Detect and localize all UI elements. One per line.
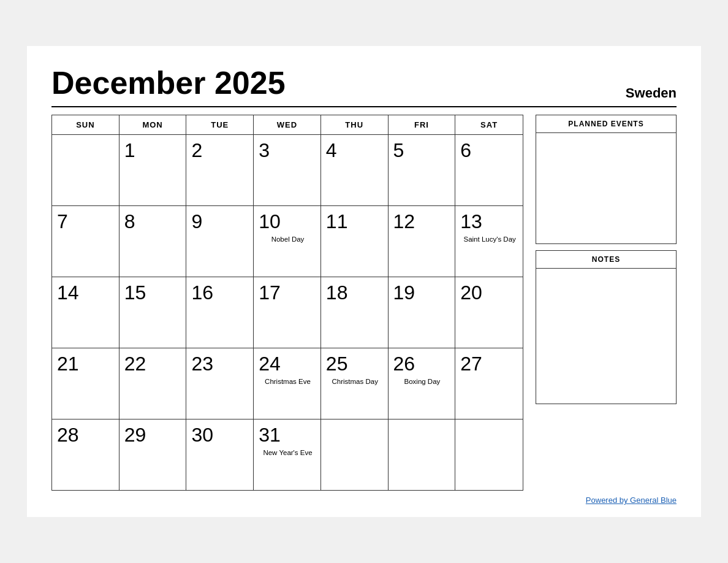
day-header-sun: SUN (52, 115, 119, 134)
notes-body (536, 269, 676, 404)
week-row: 7 8 9 10 Nobel Day 11 (52, 206, 523, 277)
planned-events-header: PLANNED EVENTS (536, 115, 676, 133)
country-title: Sweden (626, 85, 677, 101)
day-cell-29: 29 (119, 419, 187, 490)
calendar-page: December 2025 Sweden SUN MON TUE WED THU… (27, 46, 701, 517)
page-header: December 2025 Sweden (51, 64, 677, 107)
day-number: 13 (460, 211, 519, 232)
day-cell-11: 11 (321, 206, 389, 277)
day-cell-12: 12 (389, 206, 456, 277)
day-cell-3: 3 (254, 135, 321, 205)
day-number: 22 (124, 353, 183, 375)
day-cell-15: 15 (119, 277, 187, 348)
day-number: 23 (191, 353, 249, 375)
day-number: 28 (57, 424, 115, 446)
day-cell-6: 6 (455, 135, 523, 205)
day-cell-18: 18 (321, 277, 389, 348)
sidebar-section: PLANNED EVENTS NOTES (536, 115, 677, 491)
day-number: 24 (259, 353, 317, 375)
main-layout: SUN MON TUE WED THU FRI SAT 1 (51, 115, 677, 491)
day-cell-13: 13 Saint Lucy's Day (455, 206, 523, 277)
day-number: 27 (460, 353, 519, 375)
day-headers: SUN MON TUE WED THU FRI SAT (52, 115, 523, 135)
day-number: 4 (326, 140, 384, 161)
day-number: 10 (259, 211, 317, 232)
day-header-tue: TUE (186, 115, 254, 134)
day-header-mon: MON (119, 115, 187, 134)
holiday-name-new-years-eve: New Year's Eve (259, 448, 317, 458)
calendar-grid: SUN MON TUE WED THU FRI SAT 1 (51, 115, 523, 491)
day-number: 6 (460, 140, 519, 161)
notes-box: NOTES (536, 250, 677, 404)
day-cell-21: 21 (52, 348, 119, 419)
day-cell-9: 9 (186, 206, 254, 277)
day-number: 9 (191, 211, 249, 232)
day-cell-5: 5 (389, 135, 456, 205)
day-cell-25: 25 Christmas Day (321, 348, 389, 419)
day-cell-empty (321, 419, 389, 490)
day-cell-14: 14 (52, 277, 119, 348)
day-cell-2: 2 (186, 135, 254, 205)
notes-header: NOTES (536, 251, 676, 269)
calendar-section: SUN MON TUE WED THU FRI SAT 1 (51, 115, 523, 491)
planned-events-box: PLANNED EVENTS (536, 115, 677, 244)
day-number: 5 (393, 140, 452, 161)
day-cell-1: 1 (119, 135, 187, 205)
day-cell-27: 27 (455, 348, 523, 419)
day-number: 8 (124, 211, 183, 232)
holiday-name: Nobel Day (259, 235, 317, 244)
day-number: 31 (259, 424, 317, 446)
day-cell-31: 31 New Year's Eve (254, 419, 321, 490)
day-cell-23: 23 (186, 348, 254, 419)
day-number: 14 (57, 282, 115, 304)
week-row: 1 2 3 4 5 (52, 135, 523, 206)
day-number: 29 (124, 424, 183, 446)
day-number: 19 (393, 282, 452, 304)
day-number: 15 (124, 282, 183, 304)
day-cell-19: 19 (389, 277, 456, 348)
month-title: December 2025 (51, 64, 286, 101)
holiday-name-boxing-day: Boxing Day (393, 377, 452, 386)
week-row: 21 22 23 24 Christmas Eve (52, 348, 523, 419)
day-cell-empty (389, 419, 456, 490)
day-header-wed: WED (254, 115, 321, 134)
day-number: 21 (57, 353, 115, 375)
day-number: 30 (191, 424, 249, 446)
day-number: 16 (191, 282, 249, 304)
day-cell-17: 17 (254, 277, 321, 348)
day-cell-4: 4 (321, 135, 389, 205)
holiday-name-christmas-eve: Christmas Eve (259, 377, 317, 386)
day-number: 18 (326, 282, 384, 304)
day-number: 7 (57, 211, 115, 232)
day-cell-24: 24 Christmas Eve (254, 348, 321, 419)
powered-by: Powered by General Blue (51, 496, 677, 505)
holiday-name: Saint Lucy's Day (460, 235, 519, 244)
planned-events-body (536, 133, 676, 243)
day-header-thu: THU (321, 115, 389, 134)
day-cell-8: 8 (119, 206, 187, 277)
day-cell-empty (455, 419, 523, 490)
day-number: 20 (460, 282, 519, 304)
day-cell-empty (52, 135, 119, 205)
day-number: 25 (326, 353, 384, 375)
calendar-weeks: 1 2 3 4 5 (52, 135, 523, 490)
day-cell-10: 10 Nobel Day (254, 206, 321, 277)
day-number: 3 (259, 140, 317, 161)
day-number: 17 (259, 282, 317, 304)
powered-by-link[interactable]: Powered by General Blue (586, 496, 677, 505)
day-number: 2 (191, 140, 249, 161)
day-cell-26: 26 Boxing Day (389, 348, 456, 419)
holiday-name-christmas-day: Christmas Day (326, 377, 384, 386)
day-number: 26 (393, 353, 452, 375)
week-row: 14 15 16 17 18 (52, 277, 523, 348)
day-header-sat: SAT (455, 115, 523, 134)
day-cell-30: 30 (186, 419, 254, 490)
day-number: 12 (393, 211, 452, 232)
week-row: 28 29 30 31 New Year's Eve (52, 419, 523, 490)
day-header-fri: FRI (389, 115, 456, 134)
day-cell-28: 28 (52, 419, 119, 490)
day-cell-7: 7 (52, 206, 119, 277)
day-number: 1 (124, 140, 183, 161)
day-cell-22: 22 (119, 348, 187, 419)
day-cell-16: 16 (186, 277, 254, 348)
